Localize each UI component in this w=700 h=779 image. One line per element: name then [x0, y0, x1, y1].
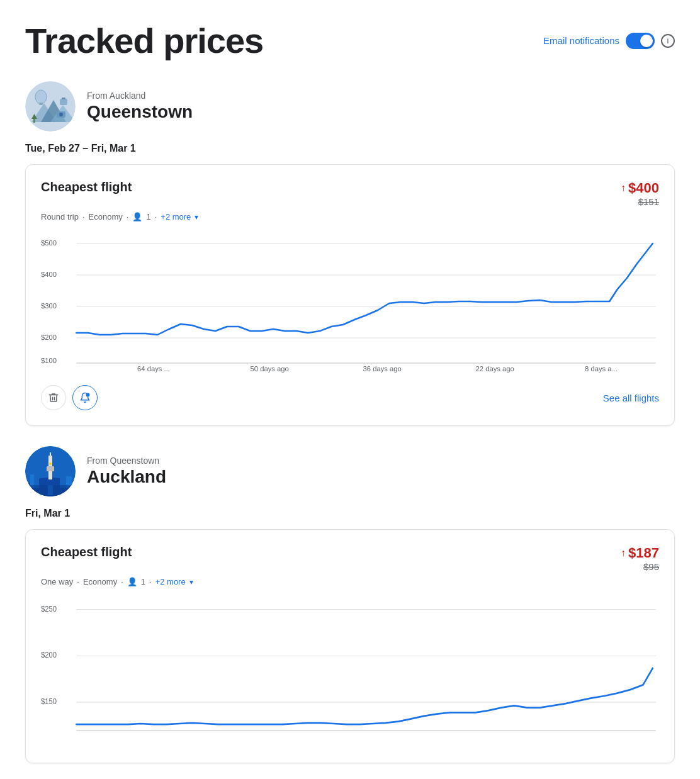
cheapest-label-1: Cheapest flight [41, 180, 132, 194]
person-icon-1: 👤 [132, 212, 142, 221]
destination-info-2: From Queenstown Auckland [87, 456, 166, 487]
info-icon[interactable]: i [661, 34, 675, 48]
destination-image-queenstown [25, 81, 76, 132]
svg-point-4 [35, 90, 47, 104]
old-price-2: $95 [621, 561, 659, 572]
queenstown-illustration [25, 81, 76, 132]
bell-icon-1 [79, 392, 91, 403]
trash-icon-1 [48, 392, 59, 403]
header-right: Email notifications i [543, 33, 675, 49]
card-footer-1: See all flights [41, 383, 659, 410]
current-price-2: ↑ $187 [621, 545, 659, 561]
current-price-1: ↑ $400 [621, 180, 659, 196]
card-header-2: Cheapest flight ↑ $187 $95 [41, 545, 659, 572]
svg-rect-10 [60, 99, 67, 105]
trip-details-1: Round trip · Economy · 👤 1 · +2 more ▾ [41, 212, 659, 221]
cheapest-label-2: Cheapest flight [41, 545, 132, 559]
email-toggle[interactable] [626, 33, 655, 49]
flight-card-2: Cheapest flight ↑ $187 $95 One way · Eco… [25, 529, 675, 763]
price-arrow-up-1: ↑ [621, 182, 626, 194]
y-label-200: $200 [41, 333, 57, 341]
svg-rect-25 [48, 485, 53, 495]
price-arrow-up-2: ↑ [621, 547, 626, 559]
chart-svg-1: $500 $400 $300 $200 $100 64 days ... 50 … [41, 234, 659, 373]
chart-2: $250 $200 $150 [41, 599, 659, 737]
y-label-500: $500 [41, 239, 57, 247]
svg-rect-11 [62, 98, 65, 99]
svg-point-19 [49, 462, 52, 465]
svg-rect-18 [50, 452, 51, 457]
trip-section-1: From Auckland Queenstown Tue, Feb 27 – F… [25, 81, 675, 426]
expand-icon-1[interactable]: ▾ [195, 213, 198, 221]
svg-point-12 [86, 393, 90, 397]
destination-header-1: From Auckland Queenstown [25, 81, 675, 132]
y-label-150: $150 [41, 697, 57, 705]
chart-1: $500 $400 $300 $200 $100 64 days ... 50 … [41, 234, 659, 373]
old-price-1: $151 [621, 196, 659, 207]
auckland-illustration [25, 446, 76, 496]
y-label-250: $250 [41, 604, 57, 612]
x-label-50: 50 days ago [251, 365, 289, 373]
price-block-1: ↑ $400 $151 [621, 180, 659, 207]
x-label-36: 36 days ago [363, 365, 402, 373]
destination-name-2: Auckland [87, 467, 166, 487]
svg-rect-17 [47, 466, 54, 471]
x-label-64: 64 days ... [137, 365, 170, 373]
toggle-switch[interactable] [626, 33, 655, 49]
page-title: Tracked prices [25, 20, 263, 61]
card-header-1: Cheapest flight ↑ $400 $151 [41, 180, 659, 207]
from-label-2: From Queenstown [87, 456, 166, 466]
plus-more-2[interactable]: +2 more [155, 577, 186, 586]
x-label-22: 22 days ago [476, 365, 514, 373]
destination-name-1: Queenstown [87, 102, 193, 122]
trip-details-2: One way · Economy · 👤 1 · +2 more ▾ [41, 577, 659, 586]
y-label-200: $200 [41, 651, 57, 659]
price-block-2: ↑ $187 $95 [621, 545, 659, 572]
plus-more-1[interactable]: +2 more [161, 212, 191, 221]
person-icon-2: 👤 [127, 577, 137, 586]
x-label-8: 8 days a... [585, 365, 618, 373]
see-all-flights-1[interactable]: See all flights [603, 393, 659, 403]
chart-polyline-2 [76, 668, 653, 724]
action-buttons-1 [41, 385, 98, 410]
delete-button-1[interactable] [41, 385, 66, 410]
notification-button-1[interactable] [72, 385, 98, 410]
expand-icon-2[interactable]: ▾ [189, 578, 193, 586]
page-header: Tracked prices Email notifications i [25, 20, 675, 61]
flight-card-1: Cheapest flight ↑ $400 $151 Round trip ·… [25, 164, 675, 426]
toggle-knob [640, 35, 653, 47]
destination-header-2: From Queenstown Auckland [25, 446, 675, 496]
email-notifications-label: Email notifications [543, 35, 619, 46]
date-range-2: Fri, Mar 1 [25, 508, 675, 519]
chart-svg-2: $250 $200 $150 [41, 599, 659, 737]
y-label-400: $400 [41, 271, 57, 278]
destination-image-auckland [25, 446, 76, 496]
from-label-1: From Auckland [87, 91, 193, 101]
svg-rect-5 [39, 103, 43, 105]
y-label-100: $100 [41, 357, 57, 364]
y-label-300: $300 [41, 302, 57, 310]
date-range-1: Tue, Feb 27 – Fri, Mar 1 [25, 143, 675, 154]
trip-section-2: From Queenstown Auckland Fri, Mar 1 Chea… [25, 446, 675, 763]
destination-info-1: From Auckland Queenstown [87, 91, 193, 122]
svg-point-9 [59, 113, 63, 116]
chart-polyline-1 [76, 244, 653, 335]
